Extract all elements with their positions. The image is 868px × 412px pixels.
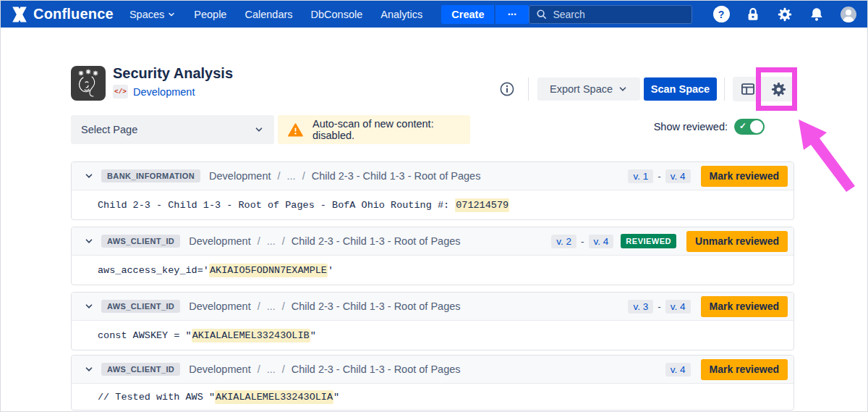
crumb-space[interactable]: Development: [209, 170, 271, 182]
nav-analytics[interactable]: Analytics: [380, 9, 422, 20]
version-from-chip[interactable]: v. 3: [628, 300, 653, 314]
secret-highlight: AKIALALEMEL33243OLIB: [192, 329, 310, 342]
version-range-dash: -: [658, 171, 661, 182]
version-to-chip[interactable]: v. 4: [665, 300, 691, 314]
chevron-down-icon: [618, 84, 628, 94]
version-from-chip[interactable]: v. 1: [628, 169, 653, 183]
mark-reviewed-button[interactable]: Mark reviewed: [701, 296, 788, 317]
finding-snippet-row: const AWSKEY = "AKIALALEMEL33243OLIB": [72, 321, 793, 350]
collapse-chevron-icon[interactable]: [82, 300, 95, 313]
finding-header: BANK_INFORMATION Development / ... / Chi…: [72, 162, 793, 190]
info-button[interactable]: [499, 81, 515, 97]
crumb-space[interactable]: Development: [189, 363, 250, 375]
autoscan-warning-banner: Auto-scan of new content: disabled.: [278, 115, 470, 144]
crumb-ellipsis[interactable]: ...: [267, 363, 276, 375]
secret-highlight: AKIALALEMEL33243OLIA: [215, 390, 333, 404]
confluence-security-analysis-page: Confluence Spaces People Calendars DbCon…: [0, 0, 868, 412]
nav-people[interactable]: People: [194, 9, 226, 20]
nav-dbconsole[interactable]: DbConsole: [311, 9, 363, 20]
page-title: Security Analysis: [113, 65, 233, 82]
crumb-separator: /: [282, 300, 285, 312]
breadcrumb: Development / ... / Child 2-3 - Child 1-…: [189, 235, 460, 247]
notifications-button[interactable]: [808, 6, 825, 23]
nav-spaces-label: Spaces: [129, 9, 164, 20]
crumb-page[interactable]: Child 2-3 - Child 1-3 - Root of Pages: [292, 235, 461, 247]
help-button[interactable]: ?: [712, 6, 730, 23]
crumb-separator: /: [258, 300, 260, 312]
avatar-icon: [840, 6, 857, 23]
search-input[interactable]: [553, 9, 685, 20]
sidebar-toggle-button[interactable]: [733, 77, 763, 101]
crumb-page[interactable]: Child 2-3 - Child 1-3 - Root of Pages: [312, 170, 481, 182]
finding-actions: v. 1 - v. 4 Mark reviewed: [628, 166, 788, 187]
version-range-dash: -: [581, 236, 584, 247]
crumb-ellipsis[interactable]: ...: [267, 235, 276, 247]
space-link[interactable]: Development: [133, 86, 195, 98]
finding-snippet-row: // Tested with AWS "AKIALALEMEL33243OLIA…: [72, 384, 793, 410]
crumb-page[interactable]: Child 2-3 - Child 1-3 - Root of Pages: [292, 300, 461, 312]
bell-icon: [809, 7, 825, 22]
space-settings-gear-button[interactable]: [763, 77, 793, 101]
admin-settings-button[interactable]: [776, 6, 793, 23]
code-snippet: aws_access_key_id='AKIAIO5FODNN7EXAMPLE': [98, 265, 333, 276]
version-to-chip[interactable]: v. 4: [589, 235, 614, 248]
collapse-chevron-icon[interactable]: [82, 363, 95, 376]
reviewed-badge: REVIEWED: [621, 234, 676, 248]
crumb-space[interactable]: Development: [189, 235, 250, 247]
crumb-ellipsis[interactable]: ...: [267, 300, 276, 312]
export-space-button[interactable]: Export Space: [537, 77, 640, 101]
crumb-separator: /: [278, 170, 281, 182]
collapse-chevron-icon[interactable]: [82, 235, 95, 248]
finding-type-badge: AWS_CLIENT_ID: [101, 363, 180, 376]
show-reviewed-control: Show reviewed: ✓: [579, 118, 765, 135]
create-more-button[interactable]: •••: [495, 5, 529, 24]
scan-space-button[interactable]: Scan Space: [644, 77, 717, 101]
nav-spaces[interactable]: Spaces: [129, 9, 176, 20]
version-to-chip[interactable]: v. 4: [665, 169, 691, 183]
crumb-separator: /: [258, 235, 260, 247]
version-range-dash: -: [658, 301, 661, 312]
crumb-ellipsis[interactable]: ...: [287, 170, 296, 182]
header-divider: [724, 77, 725, 101]
main-nav: Spaces People Calendars DbConsole Analyt…: [129, 9, 422, 20]
collapse-chevron-icon[interactable]: [82, 169, 95, 182]
finding-header: AWS_CLIENT_ID Development / ... / Child …: [72, 356, 793, 384]
finding-snippet-row: Child 2-3 - Child 1-3 - Root of Pages - …: [72, 190, 793, 219]
crumb-separator: /: [258, 363, 260, 375]
show-reviewed-label: Show reviewed:: [654, 121, 728, 133]
help-icon: ?: [713, 6, 730, 22]
chevron-down-icon: [167, 10, 176, 19]
finding-header: AWS_CLIENT_ID Development / ... / Child …: [72, 293, 793, 321]
confluence-logo[interactable]: Confluence: [11, 6, 114, 22]
search-icon: [536, 9, 547, 20]
lock-button[interactable]: [744, 6, 762, 23]
navbar-icon-cluster: ?: [712, 6, 857, 23]
user-avatar[interactable]: [840, 6, 857, 23]
finding-actions: v. 3 - v. 4 Mark reviewed: [628, 296, 788, 317]
nav-calendars[interactable]: Calendars: [244, 9, 292, 20]
version-to-chip[interactable]: v. 4: [665, 363, 691, 377]
mark-reviewed-button[interactable]: Mark reviewed: [701, 166, 788, 187]
crumb-separator: /: [282, 235, 285, 247]
create-button[interactable]: Create: [441, 5, 494, 24]
breadcrumb: Development / ... / Child 2-3 - Child 1-…: [189, 300, 460, 312]
finding-type-badge: AWS_CLIENT_ID: [101, 235, 180, 248]
crumb-space[interactable]: Development: [189, 300, 250, 312]
crumb-page[interactable]: Child 2-3 - Child 1-3 - Root of Pages: [292, 363, 461, 375]
finding-header: AWS_CLIENT_ID Development / ... / Child …: [72, 227, 793, 256]
search-box[interactable]: [529, 5, 692, 24]
header-divider: [528, 77, 529, 101]
show-reviewed-toggle[interactable]: ✓: [734, 119, 765, 135]
version-from-chip[interactable]: v. 2: [551, 235, 576, 248]
breadcrumb: Development / ... / Child 2-3 - Child 1-…: [189, 363, 460, 375]
mark-reviewed-button[interactable]: Mark reviewed: [701, 359, 788, 380]
warning-icon: [288, 123, 303, 137]
export-space-label: Export Space: [550, 83, 613, 95]
unmark-reviewed-button[interactable]: Unmark reviewed: [686, 231, 788, 252]
toggle-knob: [750, 120, 763, 133]
warning-text: Auto-scan of new content: disabled.: [312, 118, 460, 141]
finding-card: BANK_INFORMATION Development / ... / Chi…: [71, 161, 794, 220]
header-icon-group: [733, 77, 793, 101]
chevron-down-icon: [254, 125, 264, 135]
select-page-dropdown[interactable]: Select Page: [71, 115, 274, 144]
